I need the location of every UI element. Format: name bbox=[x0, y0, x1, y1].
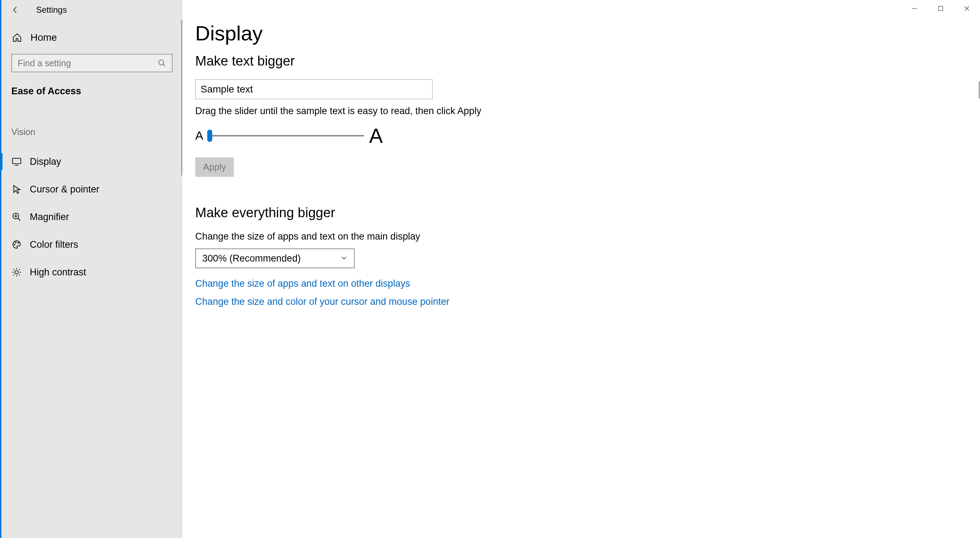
link-cursor-pointer[interactable]: Change the size and color of your cursor… bbox=[195, 296, 980, 307]
search-icon bbox=[158, 59, 166, 67]
minimize-button[interactable] bbox=[901, 0, 928, 17]
sidebar-home[interactable]: Home bbox=[2, 19, 183, 43]
search-wrap bbox=[11, 54, 173, 72]
section-heading-everything-bigger: Make everything bigger bbox=[195, 205, 980, 220]
sidebar-item-label: Color filters bbox=[30, 239, 78, 250]
page-title: Display bbox=[195, 21, 980, 45]
slider-thumb[interactable] bbox=[207, 130, 212, 142]
svg-point-6 bbox=[15, 271, 18, 274]
home-label: Home bbox=[30, 32, 57, 43]
sidebar-item-high-contrast[interactable]: High contrast bbox=[2, 258, 183, 286]
sidebar-item-cursor-pointer[interactable]: Cursor & pointer bbox=[2, 175, 183, 203]
minimize-icon bbox=[911, 5, 918, 12]
section-heading-text-bigger: Make text bigger bbox=[195, 54, 980, 69]
group-label-vision: Vision bbox=[11, 127, 183, 137]
slider-help-text: Drag the slider until the sample text is… bbox=[195, 106, 980, 116]
sidebar-item-label: Cursor & pointer bbox=[30, 184, 100, 195]
sample-text: Sample text bbox=[200, 84, 253, 95]
svg-point-4 bbox=[16, 242, 16, 243]
sidebar-item-label: High contrast bbox=[30, 267, 86, 278]
maximize-icon bbox=[938, 6, 943, 11]
link-other-displays[interactable]: Change the size of apps and text on othe… bbox=[195, 278, 980, 289]
sidebar-item-display[interactable]: Display bbox=[2, 148, 183, 175]
app-root: Settings Home Ease of Access Vision Disp… bbox=[0, 0, 980, 538]
search-input[interactable] bbox=[11, 54, 173, 72]
scale-description: Change the size of apps and text on the … bbox=[195, 231, 980, 242]
svg-point-5 bbox=[18, 242, 19, 243]
maximize-button[interactable] bbox=[928, 0, 954, 17]
category-title: Ease of Access bbox=[11, 86, 183, 97]
magnifier-icon bbox=[11, 212, 22, 222]
sample-text-box: Sample text bbox=[195, 80, 433, 99]
back-arrow-icon bbox=[11, 6, 19, 14]
palette-icon bbox=[11, 239, 22, 250]
slider-label-small: A bbox=[195, 129, 204, 142]
close-icon bbox=[964, 5, 970, 12]
close-button[interactable] bbox=[954, 0, 980, 17]
section-everything-bigger: Make everything bigger Change the size o… bbox=[195, 205, 980, 307]
sidebar-item-label: Display bbox=[30, 156, 61, 167]
main-pane: Display Make text bigger Sample text Dra… bbox=[183, 0, 980, 538]
sidebar-item-magnifier[interactable]: Magnifier bbox=[2, 203, 183, 231]
back-button[interactable] bbox=[10, 5, 20, 15]
text-size-slider-row: A A bbox=[195, 124, 980, 147]
title-bar: Settings bbox=[2, 0, 183, 19]
main-scrollbar[interactable] bbox=[978, 81, 980, 99]
slider-label-large: A bbox=[369, 124, 383, 147]
chevron-down-icon bbox=[340, 253, 348, 264]
home-icon bbox=[11, 32, 23, 43]
svg-rect-1 bbox=[13, 158, 21, 164]
apply-button[interactable]: Apply bbox=[195, 158, 234, 177]
nav-list: Display Cursor & pointer Magnifier Color… bbox=[2, 148, 183, 286]
sidebar: Settings Home Ease of Access Vision Disp… bbox=[0, 0, 183, 538]
svg-point-3 bbox=[14, 244, 15, 245]
text-size-slider[interactable] bbox=[208, 135, 364, 137]
sidebar-item-color-filters[interactable]: Color filters bbox=[2, 231, 183, 258]
scale-dropdown[interactable]: 300% (Recommended) bbox=[195, 248, 355, 268]
cursor-icon bbox=[11, 184, 22, 194]
brightness-icon bbox=[11, 267, 22, 277]
svg-rect-7 bbox=[939, 6, 943, 11]
scale-dropdown-value: 300% (Recommended) bbox=[202, 253, 301, 264]
monitor-icon bbox=[11, 156, 22, 167]
window-title: Settings bbox=[36, 5, 67, 15]
sidebar-item-label: Magnifier bbox=[30, 212, 69, 223]
window-controls bbox=[901, 0, 980, 17]
svg-point-0 bbox=[159, 60, 164, 65]
